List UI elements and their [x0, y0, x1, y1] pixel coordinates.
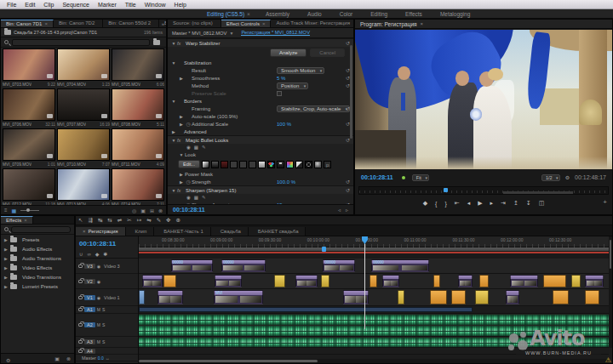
clip-thumbnail[interactable] [3, 48, 55, 81]
timeline-clip[interactable] [553, 290, 569, 304]
reset-icon[interactable]: ↺ [346, 187, 350, 193]
bin-clip-card[interactable]: MVI_0707.MOV 16:19 [57, 88, 110, 128]
effect-parameter-row[interactable]: ▶ Auto-scale (100.9%) [168, 112, 353, 120]
parameter-value[interactable]: 5 % [277, 76, 285, 81]
chevron-down-icon[interactable]: ▼ [229, 31, 233, 36]
hand-tool[interactable]: ✥ [166, 217, 170, 224]
look-preset-swatch[interactable]: p [324, 161, 331, 168]
bin-clip-card[interactable]: MVI_0706.MOV 32:11 [3, 88, 55, 128]
sequence-tab[interactable]: ×Регистрация [76, 227, 126, 236]
bin-clip-card[interactable]: MVI_0709.MOV 1:01 [3, 128, 55, 168]
timeline-clip[interactable] [543, 275, 567, 287]
look-preset-swatch[interactable] [277, 161, 284, 168]
track-v1-lane[interactable]: MVI [139, 289, 609, 306]
eye-icon[interactable]: ◉ [97, 264, 100, 269]
power-mask-row[interactable]: ▶ Power Mask [168, 170, 353, 178]
find-icon[interactable]: ◎ [132, 208, 136, 213]
go-to-out-button[interactable]: ⇥ [501, 200, 506, 207]
timeline-clip[interactable] [398, 290, 404, 304]
reset-icon[interactable]: ↺ [346, 179, 350, 185]
track-target-chip[interactable]: A1 [84, 307, 95, 312]
menu-item[interactable]: Clip [39, 2, 58, 8]
menu-item[interactable]: Sequence [58, 2, 94, 8]
timeline-timecode[interactable]: 00:10:28:11 [76, 236, 138, 250]
workspace-tab[interactable]: Effects [398, 11, 433, 17]
timeline-clip[interactable] [382, 275, 399, 287]
look-preset-swatch[interactable] [258, 161, 266, 168]
clip-thumbnail[interactable] [112, 88, 164, 121]
effect-parameter-row[interactable]: ▼ Borders [168, 97, 353, 105]
zoom-level-select[interactable]: Fit [412, 174, 429, 181]
look-preset-swatch[interactable] [230, 161, 238, 168]
scrubber-playhead[interactable] [444, 188, 448, 192]
master-clip-label[interactable]: Master * MVI_0812.MOV [172, 31, 226, 36]
scrubber-zoom-handle[interactable] [503, 191, 573, 194]
look-preset-swatch[interactable] [295, 161, 303, 168]
look-preset-swatch[interactable] [314, 161, 322, 168]
bin-clip-card[interactable]: MVI_0710.MOV 7:07 [57, 128, 110, 168]
lock-icon[interactable] [78, 296, 83, 299]
look-preset-swatch[interactable] [221, 161, 228, 168]
timeline-clip[interactable] [451, 290, 466, 304]
timeline-clip[interactable] [585, 290, 599, 304]
twirl-icon[interactable]: ▶ [4, 256, 10, 261]
bin-search-input[interactable] [12, 39, 150, 46]
track-select-tool[interactable]: ⇶ [88, 217, 92, 224]
trash-icon[interactable]: ⊗ [158, 208, 163, 213]
bin-tab[interactable]: Bin: Canon 7D1× [1, 20, 54, 27]
timeline-clip[interactable] [295, 275, 317, 287]
stopwatch-icon[interactable]: ◷ [185, 179, 192, 185]
timeline-clip[interactable] [321, 275, 329, 287]
bin-clip-card[interactable]: MVI_0711.MOV 4:09 [112, 128, 164, 168]
timeline-clip[interactable] [479, 275, 489, 287]
twirl-icon[interactable]: ▼ [170, 99, 177, 104]
fit-sequence-icon[interactable]: ↔ [106, 355, 110, 361]
effects-folder-item[interactable]: ▶ Video Effects [1, 263, 74, 272]
twirl-icon[interactable]: ▶ [178, 114, 185, 119]
program-video-frame[interactable] [355, 30, 612, 169]
sharpen-effect[interactable]: ▼ fx Sharpen (Sharpen 15) ↺ [168, 185, 353, 194]
clip-thumbnail[interactable] [57, 128, 110, 161]
eye-icon[interactable]: ◉ [97, 295, 100, 300]
warp-stabilizer-effect[interactable]: ▼ fx Warp Stabilizer ↺ [168, 38, 353, 47]
track-header-master[interactable]: Master 0.0 ↔ [76, 355, 138, 361]
clip-thumbnail[interactable] [57, 48, 110, 81]
track-target-chip[interactable]: A3 [84, 339, 95, 344]
workspace-tab[interactable]: Metalogging [433, 11, 480, 17]
lock-icon[interactable] [78, 264, 83, 268]
mask-icon[interactable]: ▦ [194, 145, 198, 150]
export-frame-button[interactable]: ◫ [539, 200, 545, 207]
sequence-tab[interactable]: БАНКЕТ-Часть 1 [154, 227, 211, 236]
menu-item[interactable]: File [3, 2, 20, 8]
panel-tab[interactable]: Audio Track Mixer: Регистрация [271, 20, 353, 27]
pen-tool[interactable]: ✎ [157, 217, 161, 224]
audio-clip[interactable] [139, 307, 473, 312]
bin-clip-card[interactable]: MVI_0712.MOV 11:18 [3, 168, 55, 205]
timeline-clip[interactable]: MVI [214, 290, 263, 304]
parameter-value[interactable] [277, 91, 282, 96]
twirl-icon[interactable]: ▶ [4, 284, 10, 289]
twirl-icon[interactable]: ▶ [4, 265, 10, 270]
track-a1-lane[interactable] [139, 306, 609, 314]
clip-thumbnail[interactable] [112, 168, 164, 201]
razor-tool[interactable]: ✂ [127, 217, 131, 224]
solo-icon[interactable]: S [102, 339, 105, 344]
effects-folder-item[interactable]: ▶ Video Transitions [1, 272, 74, 282]
track-header-a1[interactable]: A1 M S [76, 306, 138, 314]
clip-thumbnail[interactable] [3, 168, 55, 201]
timeline-clip[interactable] [158, 290, 183, 304]
close-icon[interactable]: × [247, 11, 250, 17]
effects-folder-item[interactable]: ▶ Audio Effects [1, 244, 74, 253]
playback-resolution-select[interactable]: 1/2 [541, 174, 560, 181]
ripple-edit-tool[interactable]: ↹ [98, 217, 102, 224]
bin-clip-card[interactable]: MVI_0708.MOV 5:11 [112, 88, 164, 128]
track-target-chip[interactable]: V1 [84, 295, 95, 300]
timeline-clip[interactable]: 00000 [371, 259, 428, 272]
bin-tab[interactable]: Bin: Canon 7D2 [54, 20, 103, 27]
strength-row[interactable]: ▶ ◷ Strength 100.0 % ↺ [168, 178, 353, 185]
slide-tool[interactable]: ⇋ [146, 217, 151, 224]
magic-bullet-looks-effect[interactable]: ▼ fx Magic Bullet Looks ↺ [168, 135, 353, 144]
parameter-value[interactable]: 100 % [277, 122, 291, 127]
clip-thumbnail[interactable] [112, 128, 164, 161]
timeline-vertical-scrollbar[interactable] [609, 236, 612, 348]
